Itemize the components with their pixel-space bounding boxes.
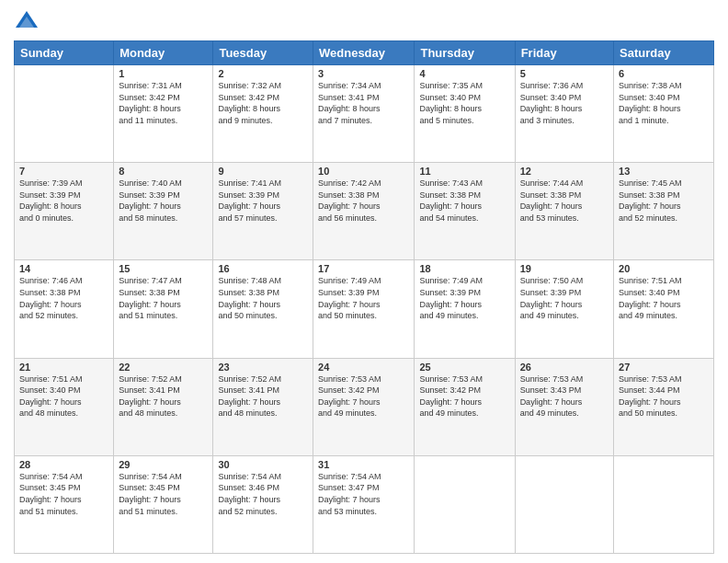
day-info: Sunrise: 7:51 AM Sunset: 3:40 PM Dayligh…: [619, 275, 709, 321]
day-header: Saturday: [614, 41, 714, 65]
day-info: Sunrise: 7:49 AM Sunset: 3:39 PM Dayligh…: [419, 275, 509, 321]
day-number: 7: [19, 166, 108, 177]
day-info: Sunrise: 7:36 AM Sunset: 3:40 PM Dayligh…: [520, 80, 609, 126]
calendar-day-cell: 4Sunrise: 7:35 AM Sunset: 3:40 PM Daylig…: [415, 65, 515, 163]
calendar-day-cell: 18Sunrise: 7:49 AM Sunset: 3:39 PM Dayli…: [415, 260, 515, 358]
logo-icon: [14, 9, 40, 35]
day-number: 6: [619, 68, 709, 79]
day-number: 15: [119, 263, 208, 274]
day-info: Sunrise: 7:53 AM Sunset: 3:42 PM Dayligh…: [318, 373, 409, 419]
calendar-day-cell: 9Sunrise: 7:41 AM Sunset: 3:39 PM Daylig…: [213, 163, 313, 260]
day-info: Sunrise: 7:53 AM Sunset: 3:43 PM Dayligh…: [520, 373, 609, 419]
calendar-day-cell: 29Sunrise: 7:54 AM Sunset: 3:45 PM Dayli…: [114, 455, 213, 553]
day-header: Friday: [515, 41, 613, 65]
calendar-day-cell: 21Sunrise: 7:51 AM Sunset: 3:40 PM Dayli…: [15, 358, 114, 455]
calendar-day-cell: 1Sunrise: 7:31 AM Sunset: 3:42 PM Daylig…: [114, 65, 213, 163]
day-number: 3: [318, 68, 409, 79]
day-info: Sunrise: 7:47 AM Sunset: 3:38 PM Dayligh…: [119, 275, 208, 321]
day-number: 2: [218, 68, 308, 79]
day-info: Sunrise: 7:48 AM Sunset: 3:38 PM Dayligh…: [218, 275, 308, 321]
day-info: Sunrise: 7:43 AM Sunset: 3:38 PM Dayligh…: [419, 178, 509, 224]
day-info: Sunrise: 7:35 AM Sunset: 3:40 PM Dayligh…: [419, 80, 509, 126]
calendar-day-cell: 22Sunrise: 7:52 AM Sunset: 3:41 PM Dayli…: [114, 358, 213, 455]
calendar-day-cell: [415, 455, 515, 553]
day-number: 20: [619, 263, 709, 274]
day-info: Sunrise: 7:32 AM Sunset: 3:42 PM Dayligh…: [218, 80, 308, 126]
day-info: Sunrise: 7:54 AM Sunset: 3:45 PM Dayligh…: [119, 471, 208, 517]
day-header: Tuesday: [213, 41, 313, 65]
calendar-day-cell: 28Sunrise: 7:54 AM Sunset: 3:45 PM Dayli…: [15, 455, 114, 553]
day-number: 10: [318, 166, 409, 177]
day-info: Sunrise: 7:46 AM Sunset: 3:38 PM Dayligh…: [19, 275, 108, 321]
day-number: 31: [318, 459, 409, 470]
day-info: Sunrise: 7:51 AM Sunset: 3:40 PM Dayligh…: [19, 373, 108, 419]
day-header: Sunday: [15, 41, 114, 65]
day-info: Sunrise: 7:40 AM Sunset: 3:39 PM Dayligh…: [119, 178, 208, 224]
day-number: 23: [218, 362, 308, 373]
day-number: 8: [119, 166, 208, 177]
day-number: 9: [218, 166, 308, 177]
calendar-day-cell: 15Sunrise: 7:47 AM Sunset: 3:38 PM Dayli…: [114, 260, 213, 358]
calendar-header-row: SundayMondayTuesdayWednesdayThursdayFrid…: [15, 41, 714, 65]
calendar-day-cell: 17Sunrise: 7:49 AM Sunset: 3:39 PM Dayli…: [313, 260, 415, 358]
logo: [14, 9, 43, 35]
day-info: Sunrise: 7:54 AM Sunset: 3:46 PM Dayligh…: [218, 471, 308, 517]
day-info: Sunrise: 7:31 AM Sunset: 3:42 PM Dayligh…: [119, 80, 208, 126]
day-header: Thursday: [415, 41, 515, 65]
day-header: Wednesday: [313, 41, 415, 65]
day-info: Sunrise: 7:52 AM Sunset: 3:41 PM Dayligh…: [218, 373, 308, 419]
calendar-day-cell: 2Sunrise: 7:32 AM Sunset: 3:42 PM Daylig…: [213, 65, 313, 163]
day-info: Sunrise: 7:52 AM Sunset: 3:41 PM Dayligh…: [119, 373, 208, 419]
day-info: Sunrise: 7:38 AM Sunset: 3:40 PM Dayligh…: [619, 80, 709, 126]
calendar-week-row: 28Sunrise: 7:54 AM Sunset: 3:45 PM Dayli…: [15, 455, 714, 553]
calendar-day-cell: 26Sunrise: 7:53 AM Sunset: 3:43 PM Dayli…: [515, 358, 613, 455]
day-number: 14: [19, 263, 108, 274]
calendar-day-cell: 6Sunrise: 7:38 AM Sunset: 3:40 PM Daylig…: [614, 65, 714, 163]
day-number: 28: [19, 459, 108, 470]
calendar-week-row: 14Sunrise: 7:46 AM Sunset: 3:38 PM Dayli…: [15, 260, 714, 358]
day-info: Sunrise: 7:50 AM Sunset: 3:39 PM Dayligh…: [520, 275, 609, 321]
day-number: 12: [520, 166, 609, 177]
calendar-day-cell: 7Sunrise: 7:39 AM Sunset: 3:39 PM Daylig…: [15, 163, 114, 260]
calendar-day-cell: 13Sunrise: 7:45 AM Sunset: 3:38 PM Dayli…: [614, 163, 714, 260]
calendar-day-cell: 24Sunrise: 7:53 AM Sunset: 3:42 PM Dayli…: [313, 358, 415, 455]
day-number: 24: [318, 362, 409, 373]
day-number: 18: [419, 263, 509, 274]
day-info: Sunrise: 7:39 AM Sunset: 3:39 PM Dayligh…: [19, 178, 108, 224]
day-number: 16: [218, 263, 308, 274]
calendar-day-cell: 27Sunrise: 7:53 AM Sunset: 3:44 PM Dayli…: [614, 358, 714, 455]
day-number: 19: [520, 263, 609, 274]
day-info: Sunrise: 7:44 AM Sunset: 3:38 PM Dayligh…: [520, 178, 609, 224]
day-info: Sunrise: 7:49 AM Sunset: 3:39 PM Dayligh…: [318, 275, 409, 321]
calendar-day-cell: 25Sunrise: 7:53 AM Sunset: 3:42 PM Dayli…: [415, 358, 515, 455]
day-number: 17: [318, 263, 409, 274]
day-number: 21: [19, 362, 108, 373]
day-number: 22: [119, 362, 208, 373]
day-number: 27: [619, 362, 709, 373]
calendar-day-cell: 16Sunrise: 7:48 AM Sunset: 3:38 PM Dayli…: [213, 260, 313, 358]
day-number: 13: [619, 166, 709, 177]
day-header: Monday: [114, 41, 213, 65]
day-info: Sunrise: 7:45 AM Sunset: 3:38 PM Dayligh…: [619, 178, 709, 224]
calendar-day-cell: [15, 65, 114, 163]
calendar-day-cell: 20Sunrise: 7:51 AM Sunset: 3:40 PM Dayli…: [614, 260, 714, 358]
day-number: 5: [520, 68, 609, 79]
page: SundayMondayTuesdayWednesdayThursdayFrid…: [0, 0, 728, 563]
calendar-day-cell: [515, 455, 613, 553]
calendar-day-cell: 10Sunrise: 7:42 AM Sunset: 3:38 PM Dayli…: [313, 163, 415, 260]
calendar-day-cell: 12Sunrise: 7:44 AM Sunset: 3:38 PM Dayli…: [515, 163, 613, 260]
day-info: Sunrise: 7:34 AM Sunset: 3:41 PM Dayligh…: [318, 80, 409, 126]
day-number: 11: [419, 166, 509, 177]
calendar-day-cell: 19Sunrise: 7:50 AM Sunset: 3:39 PM Dayli…: [515, 260, 613, 358]
day-number: 1: [119, 68, 208, 79]
day-number: 4: [419, 68, 509, 79]
calendar-week-row: 7Sunrise: 7:39 AM Sunset: 3:39 PM Daylig…: [15, 163, 714, 260]
calendar-week-row: 21Sunrise: 7:51 AM Sunset: 3:40 PM Dayli…: [15, 358, 714, 455]
calendar-day-cell: 14Sunrise: 7:46 AM Sunset: 3:38 PM Dayli…: [15, 260, 114, 358]
day-number: 30: [218, 459, 308, 470]
calendar-day-cell: 30Sunrise: 7:54 AM Sunset: 3:46 PM Dayli…: [213, 455, 313, 553]
header: [14, 9, 714, 35]
calendar-day-cell: 3Sunrise: 7:34 AM Sunset: 3:41 PM Daylig…: [313, 65, 415, 163]
day-info: Sunrise: 7:54 AM Sunset: 3:47 PM Dayligh…: [318, 471, 409, 517]
day-info: Sunrise: 7:53 AM Sunset: 3:44 PM Dayligh…: [619, 373, 709, 419]
